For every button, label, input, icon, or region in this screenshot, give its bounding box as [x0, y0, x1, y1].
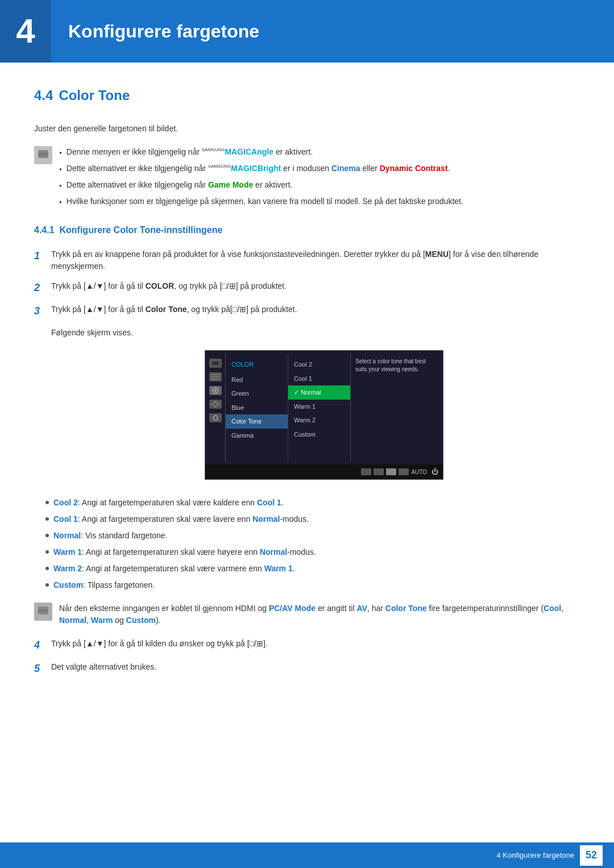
menu-item-red: Red	[226, 373, 288, 387]
sub-section-heading: 4.4.1 Konfigurere Color Tone-innstilling…	[34, 223, 580, 237]
bullet-dot-5	[45, 567, 49, 570]
note-text-2-content: Når den eksterne inngangen er koblet til…	[59, 603, 580, 626]
note-line-1: ● Denne menyen er ikke tilgjengelig når …	[59, 146, 580, 158]
step-number-4: 4	[34, 638, 45, 653]
step-2: 2 Trykk på [▲/▼] for å gå til COLOR, og …	[34, 280, 580, 296]
note-line-2: ● Dette alternativet er ikke tilgjengeli…	[59, 163, 580, 175]
bar-auto-text: AUTO	[411, 468, 427, 476]
bullet-text-normal: Normal: Vis standard fargetone.	[53, 530, 168, 542]
bullet-text-warm2: Warm 2: Angi at fargetemperaturen skal v…	[53, 563, 295, 575]
bullet-dot-3	[45, 534, 49, 537]
note-text-3: Dette alternativet er ikke tilgjengelig …	[67, 179, 293, 191]
sidebar-icon-1	[209, 359, 222, 368]
bullet-1: ●	[59, 149, 62, 156]
bullet-3: ●	[59, 182, 62, 189]
svg-rect-6	[211, 376, 220, 377]
svg-rect-13	[38, 607, 48, 614]
bullet-text-warm1: Warm 1: Angi at fargetemperaturen skal v…	[53, 546, 316, 558]
bullet-item-warm2: Warm 2: Angi at fargetemperaturen skal v…	[45, 563, 580, 575]
hint-col: Select a color tone that best suits your…	[351, 354, 443, 461]
bullet-item-normal: Normal: Vis standard fargetone.	[45, 530, 580, 542]
submenu-cool2: Cool 2	[288, 358, 350, 372]
sidebar-icon-3	[209, 386, 222, 395]
bullet-dot-4	[45, 550, 49, 554]
note-lines: ● Denne menyen er ikke tilgjengelig når …	[59, 146, 580, 212]
bar-power-icon: ⏻	[432, 467, 438, 477]
step-1: 1 Trykk på en av knappene foran på produ…	[34, 248, 580, 272]
step-5: 5 Det valgte alternativet brukes.	[34, 661, 580, 676]
submenu-warm1: Warm 1	[288, 400, 350, 414]
note-text-2: Dette alternativet er ikke tilgjengelig …	[67, 163, 450, 175]
bullet-dot-1	[45, 501, 49, 504]
chapter-title: Konfigurere fargetone	[51, 0, 276, 63]
svg-rect-7	[211, 379, 220, 380]
step-text-1: Trykk på en av knappene foran på produkt…	[51, 248, 580, 272]
submenu-col: Cool 2 Cool 1 ✓ Normal Warm 1 Warm 2 Cus…	[288, 354, 351, 461]
screen-menu: i COLOR Red Green Blue Color Tone Gamma …	[205, 351, 443, 464]
sidebar-icon-2	[209, 372, 222, 381]
submenu-normal: ✓ Normal	[288, 385, 350, 400]
note-icon-2	[34, 603, 52, 621]
submenu-custom: Custom	[288, 427, 350, 442]
bullet-item-cool1: Cool 1: Angi at fargetemperaturen skal v…	[45, 513, 580, 525]
menu-item-blue: Blue	[226, 401, 288, 415]
bullet-dot-6	[45, 583, 49, 587]
step-number-1: 1	[34, 248, 45, 264]
bullet-item-cool2: Cool 2: Angi at fargetemperaturen skal v…	[45, 497, 580, 509]
bullet-dot-2	[45, 517, 49, 521]
screen-follows-text: Følgende skjerm vises.	[51, 327, 580, 339]
step-number-2: 2	[34, 280, 45, 296]
sidebar-icon-5: i	[209, 413, 222, 422]
screen-bottom-bar: AUTO ⏻	[205, 464, 443, 479]
section-heading: 4.4 Color Tone	[34, 85, 580, 106]
bullet-item-warm1: Warm 1: Angi at fargetemperaturen skal v…	[45, 546, 580, 558]
menu-col: COLOR Red Green Blue Color Tone Gamma	[226, 354, 288, 461]
step-number-3: 3	[34, 304, 45, 319]
bar-btn-3	[386, 468, 396, 475]
bar-btn-1	[361, 468, 371, 475]
footer-chapter-text: 4 Konfigurere fargetone	[496, 850, 574, 861]
bar-btn-2	[374, 468, 384, 475]
menu-sidebar: i	[205, 354, 226, 461]
step-text-3: Trykk på [▲/▼] for å gå til Color Tone, …	[51, 304, 297, 315]
bar-btn-4	[399, 468, 409, 475]
step-text-2: Trykk på [▲/▼] for å gå til COLOR, og tr…	[51, 280, 287, 292]
svg-text:i: i	[214, 416, 215, 420]
bullet-item-custom: Custom: Tilpass fargetonen.	[45, 579, 580, 591]
svg-rect-4	[212, 362, 219, 365]
svg-rect-5	[211, 374, 220, 375]
section-title: Color Tone	[59, 85, 130, 106]
note-text-4: Hvilke funksjoner som er tilgjengelige p…	[67, 196, 463, 207]
main-content: 4.4 Color Tone Juster den generelle farg…	[0, 85, 614, 676]
bullet-text-cool1: Cool 1: Angi at fargetemperaturen skal v…	[53, 513, 309, 525]
step-number-5: 5	[34, 661, 45, 676]
section-number: 4.4	[34, 85, 53, 106]
svg-point-10	[213, 402, 218, 406]
menu-item-green: Green	[226, 387, 288, 401]
bullet-text-cool2: Cool 2: Angi at fargetemperaturen skal v…	[53, 497, 284, 509]
note-text-1: Denne menyen er ikke tilgjengelig når SA…	[67, 146, 313, 158]
step-3: 3 Trykk på [▲/▼] for å gå til Color Tone…	[34, 304, 580, 319]
chapter-header: 4 Konfigurere fargetone	[0, 0, 614, 63]
note-box-2: Når den eksterne inngangen er koblet til…	[34, 603, 580, 626]
submenu-cool1: Cool 1	[288, 372, 350, 386]
submenu-warm2: Warm 2	[288, 413, 350, 427]
chapter-number: 4	[0, 0, 51, 63]
step-text-5: Det valgte alternativet brukes.	[51, 661, 156, 673]
menu-col-header: COLOR	[226, 358, 288, 372]
step-4: 4 Trykk på [▲/▼] for å gå til kilden du …	[34, 638, 580, 653]
intro-text: Juster den generelle fargetonen til bild…	[34, 123, 580, 135]
note-box: ● Denne menyen er ikke tilgjengelig når …	[34, 146, 580, 212]
footer-page-number: 52	[580, 845, 603, 866]
bullet-4: ●	[59, 199, 62, 206]
note-icon	[34, 146, 52, 164]
bullet-list: Cool 2: Angi at fargetemperaturen skal v…	[45, 497, 580, 591]
page-footer: 4 Konfigurere fargetone 52	[0, 842, 614, 868]
screen-image: i COLOR Red Green Blue Color Tone Gamma …	[205, 350, 443, 480]
svg-point-9	[214, 389, 217, 392]
note-line-3: ● Dette alternativet er ikke tilgjengeli…	[59, 179, 580, 191]
bullet-text-custom: Custom: Tilpass fargetonen.	[53, 579, 155, 591]
menu-item-colortone: Color Tone	[226, 414, 288, 429]
bullet-2: ●	[59, 166, 62, 173]
screen-container: i COLOR Red Green Blue Color Tone Gamma …	[68, 350, 580, 480]
